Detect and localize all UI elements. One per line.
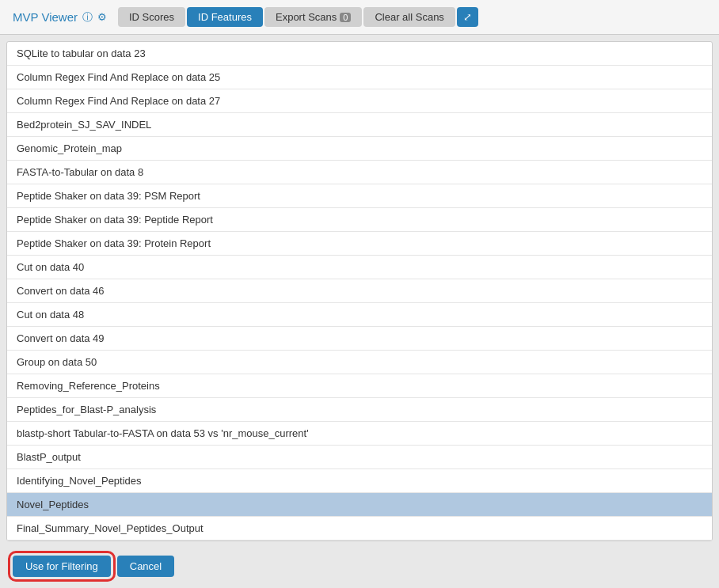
help-icon[interactable]: ⓘ — [82, 10, 93, 25]
nav-buttons: ID Scores ID Features Export Scans 0 Cle… — [118, 7, 478, 27]
list-item[interactable]: Novel_Peptides — [7, 493, 712, 517]
list-item[interactable]: Convert on data 49 — [7, 327, 712, 351]
app-title: MVP Viewer ⓘ ⚙ — [13, 10, 107, 25]
export-scans-button[interactable]: Export Scans 0 — [264, 7, 362, 27]
list-item[interactable]: SQLite to tabular on data 23 — [7, 42, 712, 66]
list-item[interactable]: Peptide Shaker on data 39: PSM Report — [7, 184, 712, 208]
list-item[interactable]: Convert on data 46 — [7, 279, 712, 303]
list-item[interactable]: Genomic_Protein_map — [7, 137, 712, 161]
list-item[interactable]: Peptide Shaker on data 39: Peptide Repor… — [7, 208, 712, 232]
clear-all-scans-button[interactable]: Clear all Scans — [363, 7, 455, 27]
list-item[interactable]: FASTA-to-Tabular on data 8 — [7, 161, 712, 184]
list-item[interactable]: Final_Summary_Novel_Peptides_Output — [7, 517, 712, 541]
list-item[interactable]: Identifying_Novel_Peptides — [7, 469, 712, 493]
list-item[interactable]: Column Regex Find And Replace on data 25 — [7, 66, 712, 89]
id-features-button[interactable]: ID Features — [187, 7, 263, 27]
list-item[interactable]: Cut on data 48 — [7, 303, 712, 327]
list-item[interactable]: Peptide Shaker on data 39: Protein Repor… — [7, 232, 712, 256]
list-item[interactable]: Removing_Reference_Proteins — [7, 374, 712, 398]
list-item[interactable]: Column Regex Find And Replace on data 27 — [7, 89, 712, 113]
dataset-list: SQLite to tabular on data 23Column Regex… — [6, 41, 713, 541]
list-item[interactable]: Group on data 50 — [7, 351, 712, 374]
expand-button[interactable]: ⤢ — [457, 7, 478, 27]
use-for-filtering-button[interactable]: Use for Filtering — [13, 556, 111, 577]
export-scans-label: Export Scans — [276, 11, 337, 23]
export-badge: 0 — [340, 13, 351, 22]
cancel-button[interactable]: Cancel — [117, 556, 174, 577]
header: MVP Viewer ⓘ ⚙ ID Scores ID Features Exp… — [0, 0, 719, 35]
list-item[interactable]: Cut on data 40 — [7, 256, 712, 279]
id-scores-button[interactable]: ID Scores — [118, 7, 185, 27]
footer: Use for Filtering Cancel — [0, 548, 719, 585]
gear-icon[interactable]: ⚙ — [97, 11, 107, 23]
list-item[interactable]: Peptides_for_Blast-P_analysis — [7, 398, 712, 422]
app-title-text: MVP Viewer — [13, 10, 78, 24]
list-item[interactable]: blastp-short Tabular-to-FASTA on data 53… — [7, 422, 712, 446]
list-item[interactable]: Bed2protein_SJ_SAV_INDEL — [7, 113, 712, 137]
list-item[interactable]: BlastP_output — [7, 446, 712, 469]
